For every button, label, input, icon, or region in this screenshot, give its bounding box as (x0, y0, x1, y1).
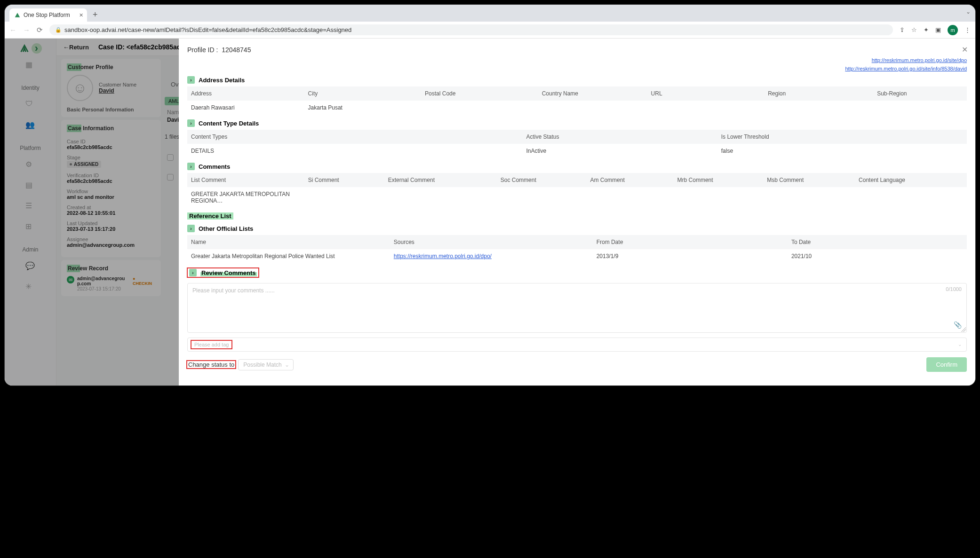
browser-address-bar: ← → ⟳ 🔒 sandbox-oop.advai.net/case-new/a… (5, 22, 975, 39)
th: Si Comment (304, 173, 384, 187)
th: Sub-Region (873, 86, 967, 101)
back-icon[interactable]: ← (9, 26, 16, 34)
link[interactable]: http://reskrimum.metro.polri.go.id/site/… (187, 57, 967, 63)
chevron-down-icon: ⌄ (958, 342, 962, 347)
lock-icon: 🔒 (55, 27, 62, 33)
th: Content Types (187, 130, 523, 144)
th: Active Status (523, 130, 717, 144)
tab-title: One Stop Platform (24, 12, 70, 18)
placeholder-text: Please input your comments ...... (192, 287, 275, 294)
tabs-menu-icon[interactable]: ⌄ (966, 8, 971, 15)
table-row: GREATER JAKARTA METROPOLITAN REGIONA… (187, 187, 967, 208)
section-review-comments[interactable]: › Review Comments (187, 268, 259, 277)
th: From Date (593, 235, 788, 249)
reference-links: http://reskrimum.metro.polri.go.id/site/… (187, 57, 967, 71)
th: Mrb Comment (674, 173, 764, 187)
section-reference-list: Reference List (187, 212, 233, 220)
comments-table: List Comment Si Comment External Comment… (187, 173, 967, 208)
link[interactable]: http://reskrimum.metro.polri.go.id/site/… (187, 66, 967, 71)
address-table: Address City Postal Code Country Name UR… (187, 86, 967, 115)
share-icon[interactable]: ⇪ (900, 26, 905, 33)
th: Name (187, 235, 390, 249)
menu-icon[interactable]: ⋮ (964, 26, 971, 33)
status-select[interactable]: Possible Match (238, 359, 293, 370)
content-type-table: Content Types Active Status Is Lower Thr… (187, 130, 967, 158)
section-content-type[interactable]: › Content Type Details (187, 119, 967, 127)
extensions-icon[interactable]: ✦ (924, 26, 929, 33)
th: External Comment (384, 173, 497, 187)
bookmark-icon[interactable]: ☆ (911, 26, 917, 33)
new-tab-button[interactable]: + (87, 10, 104, 22)
detail-drawer: ✕ Profile ID : 12048745 http://reskrimum… (179, 39, 975, 385)
th: Address (187, 86, 304, 101)
link[interactable]: https://reskrimum.metro.polri.go.id/dpo/ (394, 253, 492, 259)
profile-id: Profile ID : 12048745 (187, 46, 967, 54)
panel-icon[interactable]: ▣ (935, 26, 941, 33)
attachment-icon[interactable]: 📎 (954, 321, 962, 329)
chevron-right-icon: › (189, 269, 197, 276)
browser-tab[interactable]: One Stop Platform ✕ (9, 8, 87, 22)
confirm-button[interactable]: Confirm (926, 357, 967, 372)
browser-tabs-strip: One Stop Platform ✕ + ⌄ (5, 5, 975, 22)
section-address-details[interactable]: › Address Details (187, 76, 967, 84)
th: Sources (390, 235, 593, 249)
th: Content Language (855, 173, 967, 187)
th: Postal Code (421, 86, 538, 101)
th: Msb Comment (763, 173, 855, 187)
section-comments[interactable]: › Comments (187, 163, 967, 170)
chevron-right-icon: › (187, 225, 195, 232)
reload-icon[interactable]: ⟳ (37, 26, 43, 34)
table-row: Daerah Rawasari Jakarta Pusat (187, 101, 967, 115)
chevron-right-icon: › (187, 119, 195, 127)
resize-handle[interactable] (961, 327, 966, 332)
th: Country Name (538, 86, 647, 101)
th: Soc Comment (497, 173, 587, 187)
close-icon[interactable]: ✕ (962, 45, 968, 54)
tag-input[interactable]: Please add tag ⌄ (187, 338, 967, 352)
th: List Comment (187, 173, 304, 187)
table-row: Greater Jakarta Metropolitan Regional Po… (187, 249, 967, 263)
url-text: sandbox-oop.advai.net/case-new/amlDetail… (64, 26, 351, 33)
chevron-right-icon: › (187, 76, 195, 84)
th: City (304, 86, 422, 101)
url-field[interactable]: 🔒 sandbox-oop.advai.net/case-new/amlDeta… (49, 24, 893, 35)
th: Region (764, 86, 873, 101)
other-lists-table: Name Sources From Date To Date Greater J… (187, 235, 967, 263)
change-status-label: Change status to (187, 361, 235, 368)
comments-textarea[interactable]: Please input your comments ...... 0/1000… (187, 283, 967, 333)
th: URL (647, 86, 765, 101)
th: To Date (788, 235, 967, 249)
close-icon[interactable]: ✕ (79, 12, 83, 18)
forward-icon[interactable]: → (23, 26, 30, 34)
profile-avatar[interactable]: m (948, 25, 958, 35)
placeholder-text: Please add tag (191, 341, 231, 348)
th: Is Lower Threshold (717, 130, 967, 144)
tab-favicon (14, 12, 21, 18)
chevron-right-icon: › (187, 163, 195, 170)
char-counter: 0/1000 (946, 286, 962, 292)
section-other-official-lists[interactable]: › Other Official Lists (187, 225, 967, 232)
table-row: DETAILS InActive false (187, 144, 967, 158)
th: Am Comment (586, 173, 673, 187)
